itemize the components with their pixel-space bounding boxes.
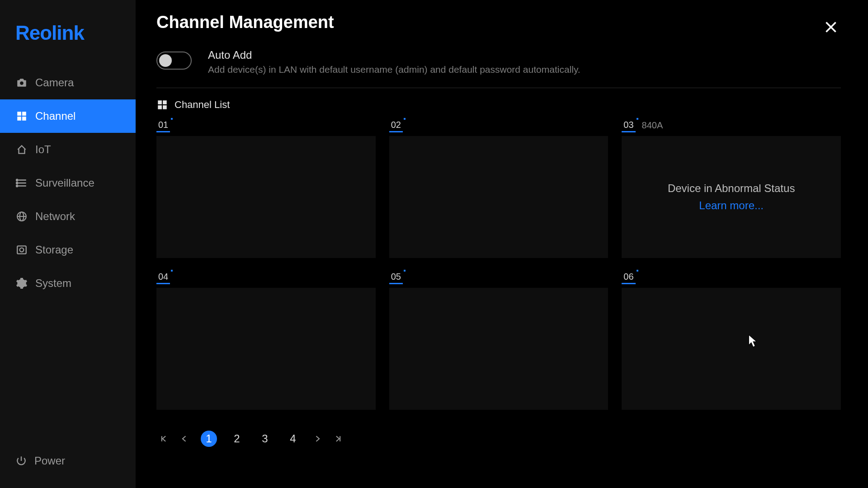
sidebar-item-iot[interactable]: IoT bbox=[0, 133, 136, 166]
channel-cell: 03840ADevice in Abnormal StatusLearn mor… bbox=[622, 117, 841, 258]
network-icon bbox=[15, 210, 28, 223]
sidebar-item-label: Network bbox=[35, 210, 75, 223]
chevron-right-icon bbox=[313, 434, 322, 443]
auto-add-description: Add device(s) in LAN with default userna… bbox=[208, 64, 580, 75]
page-prev-button[interactable] bbox=[180, 434, 189, 443]
channel-number-badge[interactable]: 05 bbox=[389, 272, 403, 284]
svg-point-8 bbox=[16, 179, 18, 181]
sidebar-item-label: System bbox=[35, 277, 71, 290]
sidebar: Reolink CameraChannelIoTSurveillanceNetw… bbox=[0, 0, 136, 488]
channel-name-label: 840A bbox=[642, 120, 663, 132]
sidebar-item-system[interactable]: System bbox=[0, 267, 136, 300]
svg-rect-4 bbox=[22, 117, 26, 121]
page-next-button[interactable] bbox=[313, 434, 322, 443]
abnormal-status-message: Device in Abnormal Status bbox=[668, 182, 795, 195]
sidebar-item-label: IoT bbox=[35, 143, 51, 156]
sidebar-item-label: Camera bbox=[35, 76, 74, 89]
channel-cell: 01 bbox=[156, 117, 376, 258]
page-title: Channel Management bbox=[156, 13, 334, 32]
auto-add-toggle[interactable] bbox=[156, 52, 192, 70]
svg-point-15 bbox=[20, 248, 24, 252]
channel-preview[interactable] bbox=[156, 288, 376, 410]
camera-icon bbox=[15, 76, 28, 89]
main-panel: Channel Management Auto Add Add device(s… bbox=[136, 0, 868, 488]
channel-cell: 02 bbox=[389, 117, 609, 258]
channel-number-badge[interactable]: 03 bbox=[622, 120, 635, 132]
channel-preview[interactable] bbox=[156, 136, 376, 258]
brand-logo: Reolink bbox=[0, 14, 136, 66]
svg-rect-3 bbox=[17, 117, 21, 121]
chevron-left-icon bbox=[180, 434, 189, 443]
grid-icon bbox=[156, 99, 168, 111]
system-icon bbox=[15, 277, 28, 290]
svg-rect-2 bbox=[22, 112, 26, 116]
chevron-first-icon bbox=[159, 434, 168, 443]
sidebar-item-camera[interactable]: Camera bbox=[0, 66, 136, 99]
channel-list-header: Channel List bbox=[156, 99, 841, 111]
svg-rect-18 bbox=[158, 100, 162, 104]
channel-preview[interactable] bbox=[389, 288, 609, 410]
channel-icon bbox=[15, 110, 28, 122]
channel-cell: 06 bbox=[622, 269, 841, 410]
sidebar-item-label: Storage bbox=[35, 244, 73, 256]
sidebar-item-channel[interactable]: Channel bbox=[0, 99, 136, 133]
power-label: Power bbox=[34, 455, 65, 467]
svg-rect-14 bbox=[17, 246, 26, 253]
close-button[interactable] bbox=[821, 17, 841, 37]
surveillance-icon bbox=[15, 177, 28, 189]
page-last-button[interactable] bbox=[334, 434, 343, 443]
channel-preview[interactable]: Device in Abnormal StatusLearn more... bbox=[622, 136, 841, 258]
svg-rect-20 bbox=[158, 105, 162, 109]
sidebar-item-label: Surveillance bbox=[35, 177, 94, 189]
channel-number-badge[interactable]: 01 bbox=[156, 120, 170, 132]
pagination: 1234 bbox=[156, 431, 841, 447]
iot-icon bbox=[15, 143, 28, 156]
svg-rect-21 bbox=[163, 105, 167, 109]
channel-preview[interactable] bbox=[389, 136, 609, 258]
sidebar-item-surveillance[interactable]: Surveillance bbox=[0, 166, 136, 200]
learn-more-link[interactable]: Learn more... bbox=[699, 199, 764, 212]
channel-number-badge[interactable]: 04 bbox=[156, 272, 170, 284]
svg-point-10 bbox=[16, 185, 18, 187]
channel-number-badge[interactable]: 02 bbox=[389, 120, 403, 132]
storage-icon bbox=[15, 244, 28, 256]
page-number-button[interactable]: 2 bbox=[229, 431, 245, 447]
svg-rect-1 bbox=[17, 112, 21, 116]
page-number-button[interactable]: 4 bbox=[285, 431, 301, 447]
power-icon bbox=[15, 455, 27, 467]
channel-preview[interactable] bbox=[622, 288, 841, 410]
close-icon bbox=[823, 19, 839, 35]
page-number-button[interactable]: 1 bbox=[201, 431, 217, 447]
chevron-last-icon bbox=[334, 434, 343, 443]
channel-number-badge[interactable]: 06 bbox=[622, 272, 635, 284]
svg-point-0 bbox=[20, 81, 24, 85]
toggle-knob bbox=[159, 54, 172, 67]
channel-cell: 05 bbox=[389, 269, 609, 410]
channel-list-title: Channel List bbox=[175, 99, 230, 111]
sidebar-item-label: Channel bbox=[35, 110, 75, 122]
auto-add-title: Auto Add bbox=[208, 49, 580, 61]
power-button[interactable]: Power bbox=[0, 443, 136, 479]
sidebar-item-storage[interactable]: Storage bbox=[0, 233, 136, 267]
page-first-button[interactable] bbox=[159, 434, 168, 443]
svg-rect-19 bbox=[163, 100, 167, 104]
sidebar-item-network[interactable]: Network bbox=[0, 200, 136, 233]
channel-cell: 04 bbox=[156, 269, 376, 410]
page-number-button[interactable]: 3 bbox=[257, 431, 273, 447]
svg-point-9 bbox=[16, 182, 18, 183]
